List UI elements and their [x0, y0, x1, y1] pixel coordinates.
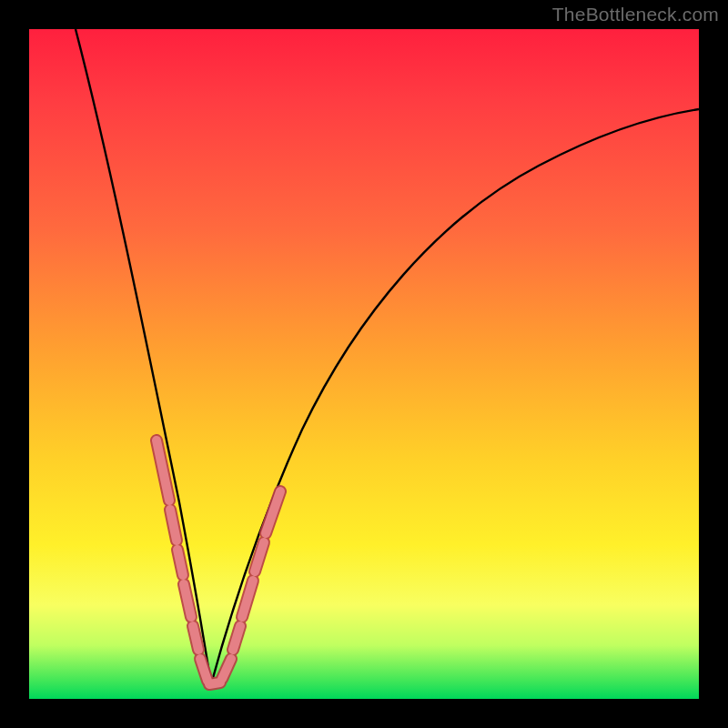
svg-line-13 [170, 510, 177, 541]
svg-line-16 [193, 626, 198, 650]
curve-left-arm [76, 29, 211, 684]
svg-line-18 [209, 682, 220, 684]
plot-area [29, 29, 699, 699]
svg-line-21 [242, 581, 253, 617]
curve-right-arm [211, 109, 699, 684]
outer-frame: TheBottleneck.com [0, 0, 728, 728]
svg-line-14 [177, 550, 183, 575]
chart-svg [29, 29, 699, 699]
watermark-text: TheBottleneck.com [552, 4, 719, 25]
curve-group [76, 29, 699, 684]
